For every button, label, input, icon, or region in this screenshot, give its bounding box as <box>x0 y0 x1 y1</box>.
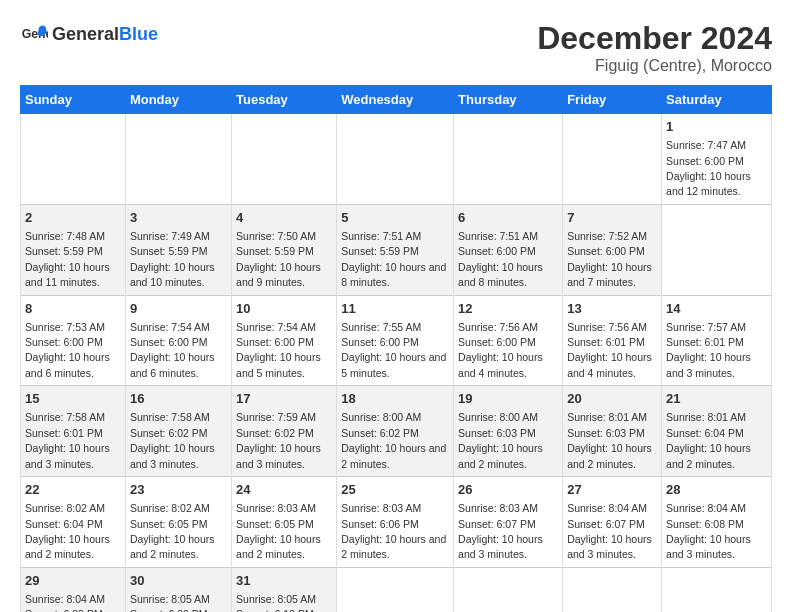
day-cell: 22Sunrise: 8:02 AMSunset: 6:04 PMDayligh… <box>21 477 126 568</box>
day-cell: 24Sunrise: 8:03 AMSunset: 6:05 PMDayligh… <box>232 477 337 568</box>
day-cell <box>662 567 772 612</box>
day-cell: 12Sunrise: 7:56 AMSunset: 6:00 PMDayligh… <box>454 295 563 386</box>
empty-cell <box>563 114 662 205</box>
week-row: 1Sunrise: 7:47 AMSunset: 6:00 PMDaylight… <box>21 114 772 205</box>
day-cell: 2Sunrise: 7:48 AMSunset: 5:59 PMDaylight… <box>21 204 126 295</box>
day-cell: 30Sunrise: 8:05 AMSunset: 6:09 PMDayligh… <box>125 567 231 612</box>
empty-cell <box>454 114 563 205</box>
calendar-table: SundayMondayTuesdayWednesdayThursdayFrid… <box>20 85 772 612</box>
day-cell <box>662 204 772 295</box>
day-cell: 20Sunrise: 8:01 AMSunset: 6:03 PMDayligh… <box>563 386 662 477</box>
day-cell: 10Sunrise: 7:54 AMSunset: 6:00 PMDayligh… <box>232 295 337 386</box>
title-area: December 2024 Figuig (Centre), Morocco <box>537 20 772 75</box>
calendar-title: December 2024 <box>537 20 772 57</box>
column-header-thursday: Thursday <box>454 86 563 114</box>
day-cell: 19Sunrise: 8:00 AMSunset: 6:03 PMDayligh… <box>454 386 563 477</box>
day-cell: 31Sunrise: 8:05 AMSunset: 6:10 PMDayligh… <box>232 567 337 612</box>
day-cell: 4Sunrise: 7:50 AMSunset: 5:59 PMDaylight… <box>232 204 337 295</box>
empty-cell <box>21 114 126 205</box>
column-header-saturday: Saturday <box>662 86 772 114</box>
day-cell: 16Sunrise: 7:58 AMSunset: 6:02 PMDayligh… <box>125 386 231 477</box>
day-cell: 7Sunrise: 7:52 AMSunset: 6:00 PMDaylight… <box>563 204 662 295</box>
day-cell: 17Sunrise: 7:59 AMSunset: 6:02 PMDayligh… <box>232 386 337 477</box>
logo-general-text: General <box>52 24 119 44</box>
column-header-friday: Friday <box>563 86 662 114</box>
logo-blue-text: Blue <box>119 24 158 44</box>
day-cell <box>454 567 563 612</box>
empty-cell <box>337 114 454 205</box>
day-cell: 11Sunrise: 7:55 AMSunset: 6:00 PMDayligh… <box>337 295 454 386</box>
day-cell: 21Sunrise: 8:01 AMSunset: 6:04 PMDayligh… <box>662 386 772 477</box>
day-cell: 14Sunrise: 7:57 AMSunset: 6:01 PMDayligh… <box>662 295 772 386</box>
day-cell: 5Sunrise: 7:51 AMSunset: 5:59 PMDaylight… <box>337 204 454 295</box>
week-row: 8Sunrise: 7:53 AMSunset: 6:00 PMDaylight… <box>21 295 772 386</box>
week-row: 2Sunrise: 7:48 AMSunset: 5:59 PMDaylight… <box>21 204 772 295</box>
day-cell: 23Sunrise: 8:02 AMSunset: 6:05 PMDayligh… <box>125 477 231 568</box>
day-cell: 18Sunrise: 8:00 AMSunset: 6:02 PMDayligh… <box>337 386 454 477</box>
logo: General GeneralBlue <box>20 20 158 48</box>
header-row: SundayMondayTuesdayWednesdayThursdayFrid… <box>21 86 772 114</box>
column-header-tuesday: Tuesday <box>232 86 337 114</box>
column-header-wednesday: Wednesday <box>337 86 454 114</box>
logo-icon: General <box>20 20 48 48</box>
week-row: 22Sunrise: 8:02 AMSunset: 6:04 PMDayligh… <box>21 477 772 568</box>
day-cell: 15Sunrise: 7:58 AMSunset: 6:01 PMDayligh… <box>21 386 126 477</box>
calendar-subtitle: Figuig (Centre), Morocco <box>537 57 772 75</box>
day-cell: 3Sunrise: 7:49 AMSunset: 5:59 PMDaylight… <box>125 204 231 295</box>
day-cell: 26Sunrise: 8:03 AMSunset: 6:07 PMDayligh… <box>454 477 563 568</box>
header: General GeneralBlue December 2024 Figuig… <box>20 20 772 75</box>
day-cell: 27Sunrise: 8:04 AMSunset: 6:07 PMDayligh… <box>563 477 662 568</box>
empty-cell <box>125 114 231 205</box>
day-cell <box>563 567 662 612</box>
week-row: 29Sunrise: 8:04 AMSunset: 6:08 PMDayligh… <box>21 567 772 612</box>
day-cell: 29Sunrise: 8:04 AMSunset: 6:08 PMDayligh… <box>21 567 126 612</box>
week-row: 15Sunrise: 7:58 AMSunset: 6:01 PMDayligh… <box>21 386 772 477</box>
day-cell: 8Sunrise: 7:53 AMSunset: 6:00 PMDaylight… <box>21 295 126 386</box>
empty-cell <box>232 114 337 205</box>
day-cell: 25Sunrise: 8:03 AMSunset: 6:06 PMDayligh… <box>337 477 454 568</box>
day-cell <box>337 567 454 612</box>
day-cell: 1Sunrise: 7:47 AMSunset: 6:00 PMDaylight… <box>662 114 772 205</box>
day-cell: 9Sunrise: 7:54 AMSunset: 6:00 PMDaylight… <box>125 295 231 386</box>
day-cell: 28Sunrise: 8:04 AMSunset: 6:08 PMDayligh… <box>662 477 772 568</box>
day-cell: 13Sunrise: 7:56 AMSunset: 6:01 PMDayligh… <box>563 295 662 386</box>
day-cell: 6Sunrise: 7:51 AMSunset: 6:00 PMDaylight… <box>454 204 563 295</box>
column-header-sunday: Sunday <box>21 86 126 114</box>
column-header-monday: Monday <box>125 86 231 114</box>
